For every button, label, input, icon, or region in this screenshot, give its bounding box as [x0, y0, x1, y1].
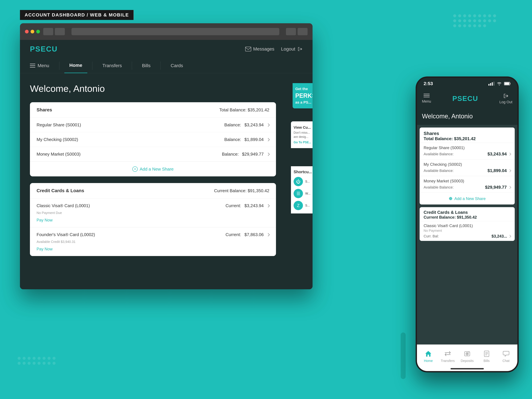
mobile-shares-name-3: Money Market (S0003)	[424, 179, 511, 183]
mobile-logo: PSECU	[452, 95, 478, 103]
mobile-shares-row-3[interactable]: Money Market (S0003) Available Balance: …	[420, 176, 515, 192]
mobile-nav-transfers[interactable]: Transfers	[438, 350, 457, 363]
pay-now-link-1[interactable]: Pay Now	[37, 218, 52, 222]
credit-card-sub-1: No Payment Due	[37, 211, 62, 215]
web-header: PSECU Messages Logout	[20, 40, 313, 58]
mobile-shares-balance-value-1: $3,243.94	[488, 152, 511, 157]
mobile-menu-button[interactable]: Menu	[422, 94, 431, 104]
browser-bookmark-button[interactable]	[286, 28, 296, 35]
mobile-nav-bills[interactable]: Bills	[477, 350, 496, 363]
page-label: ACCOUNT DASHBOARD / WEB & MOBILE	[20, 10, 133, 20]
mobile-shares-name-2: My Checking (S0002)	[424, 162, 511, 167]
go-to-psecu-link[interactable]: Go To PSE...	[294, 141, 313, 144]
mobile-shares-balance-label-2: Available Balance:	[424, 169, 454, 173]
shares-row-2[interactable]: My Checking (S0002) Balance: $1,899.04	[30, 132, 276, 147]
credit-row-1[interactable]: Classic Visa® Card (L0001) Current: $3,2…	[30, 198, 276, 227]
browser-menu-button[interactable]	[298, 28, 308, 35]
chevron-right-icon-1	[266, 123, 270, 127]
add-share-button[interactable]: + Add a New Share	[30, 162, 276, 176]
svg-rect-11	[469, 352, 469, 352]
credit-card-name-2: Founder's Visa® Card (L0002)	[37, 232, 95, 237]
mobile-credit-header: Credit Cards & Loans Current Balance: $9…	[420, 207, 515, 221]
messages-button[interactable]: Messages	[245, 46, 274, 52]
mobile-credit-balance: Current Balance: $91,350.42	[424, 215, 511, 220]
mobile-card-row-1[interactable]: Classic Visa® Card (L0001) No Payment Cu…	[420, 221, 515, 241]
mobile-bottom-nav: Home Transfers Deposits	[417, 344, 517, 371]
mobile-credit-title: Credit Cards & Loans	[424, 210, 511, 215]
browser-forward-button[interactable]	[55, 28, 65, 35]
shortcut-icon-3[interactable]: Z	[294, 201, 303, 210]
chevron-right-icon-4	[266, 204, 270, 208]
mobile-card-balance-label-1: Curr. Bal:	[424, 234, 439, 238]
svg-rect-6	[510, 83, 511, 84]
mobile-chevron-1	[508, 153, 511, 155]
shares-balance-3: Balance: $29,949.77	[222, 152, 269, 157]
mobile-nav-deposits[interactable]: Deposits	[457, 350, 477, 363]
chevron-right-icon-3	[266, 153, 270, 156]
shares-balance-value-3: $29,949.77	[242, 152, 264, 157]
wifi-icon	[497, 82, 502, 85]
svg-rect-3	[492, 82, 493, 86]
mobile-chevron-2	[508, 169, 511, 172]
mobile-nav-home[interactable]: Home	[419, 350, 438, 363]
menu-button[interactable]: Menu	[30, 63, 49, 68]
credit-row-2[interactable]: Founder's Visa® Card (L0002) Current: $7…	[30, 227, 276, 256]
mobile-card-sub-1: No Payment	[424, 229, 511, 233]
mobile-shares-name-1: Regular Share (S0001)	[424, 146, 511, 150]
close-dot[interactable]	[25, 30, 29, 33]
battery-icon	[504, 82, 511, 85]
browser-address-bar[interactable]	[71, 28, 279, 35]
logout-button[interactable]: Logout	[281, 46, 303, 52]
svg-rect-1	[488, 84, 489, 86]
nav-item-home[interactable]: Home	[64, 58, 87, 73]
signal-icon	[488, 82, 494, 86]
chat-icon	[502, 350, 510, 358]
status-time: 2:53	[424, 81, 433, 86]
mobile-nav-chat[interactable]: Chat	[496, 350, 516, 363]
mobile-shares-row-1[interactable]: Regular Share (S0001) Available Balance:…	[420, 143, 515, 159]
shortcut-icon-2[interactable]: ☰	[294, 189, 303, 198]
shares-row-3[interactable]: Money Market (S0003) Balance: $29,949.77	[30, 147, 276, 162]
mobile-nav-deposits-label: Deposits	[461, 359, 474, 363]
pay-now-link-2[interactable]: Pay Now	[37, 247, 52, 251]
mobile-nav-bills-label: Bills	[483, 359, 490, 363]
svg-rect-2	[490, 83, 491, 86]
view-cu-box: View Cu... Don't miss... are desig... Go…	[291, 121, 313, 148]
web-content: Welcome, Antonio Shares Total Balance: $…	[20, 73, 313, 289]
mobile-shares-balance-row-1: Available Balance: $3,243.94	[424, 152, 511, 157]
nav-item-cards[interactable]: Cards	[165, 58, 188, 73]
mobile-logout-button[interactable]: Log Out	[500, 93, 512, 104]
mobile-shares-balance-label-3: Available Balance:	[424, 185, 454, 190]
mobile-card-balance-value-1: $3,243...	[492, 234, 511, 239]
shares-balance-value-2: $1,899.04	[244, 137, 264, 142]
chevron-right-icon-5	[266, 233, 270, 236]
nav-divider-4	[160, 62, 161, 70]
home-icon	[424, 350, 432, 358]
maximize-dot[interactable]	[36, 30, 40, 33]
shares-row-1[interactable]: Regular Share (S0001) Balance: $3,243.94	[30, 118, 276, 132]
deposits-icon	[463, 350, 471, 358]
shares-balance-label-3: Balance:	[222, 152, 239, 157]
credit-total-balance: Current Balance: $91,350.42	[214, 188, 269, 193]
svg-point-10	[467, 353, 468, 354]
mobile-header: Menu PSECU Log Out	[417, 89, 517, 108]
credit-balance-1: Current: $3,243.94	[225, 203, 269, 208]
mobile-welcome: Welcome, Antonio	[417, 108, 517, 125]
nav-divider	[59, 62, 59, 70]
mobile-add-share-button[interactable]: ⊕ Add a New Share	[420, 192, 515, 204]
mobile-logout-icon	[503, 93, 509, 99]
shortcut-icon-1[interactable]: ⏻	[294, 177, 303, 186]
credit-card-name-1: Classic Visa® Card (L0001)	[37, 203, 90, 208]
shares-balance-label-1: Balance:	[224, 122, 241, 127]
nav-item-transfers[interactable]: Transfers	[97, 58, 127, 73]
mobile-shares-row-2[interactable]: My Checking (S0002) Available Balance: $…	[420, 159, 515, 176]
credit-card: Credit Cards & Loans Current Balance: $9…	[30, 183, 276, 256]
browser-back-button[interactable]	[43, 28, 53, 35]
mobile-shares-balance-value-2: $1,899.04	[488, 168, 511, 173]
mobile-hamburger-icon	[424, 94, 430, 98]
shares-title: Shares	[37, 107, 52, 113]
mobile-shares-header: Shares Total Balance: $35,201.42	[420, 127, 515, 143]
minimize-dot[interactable]	[31, 30, 34, 33]
nav-item-bills[interactable]: Bills	[137, 58, 155, 73]
web-nav: Menu Home Transfers Bills Cards	[20, 58, 313, 73]
